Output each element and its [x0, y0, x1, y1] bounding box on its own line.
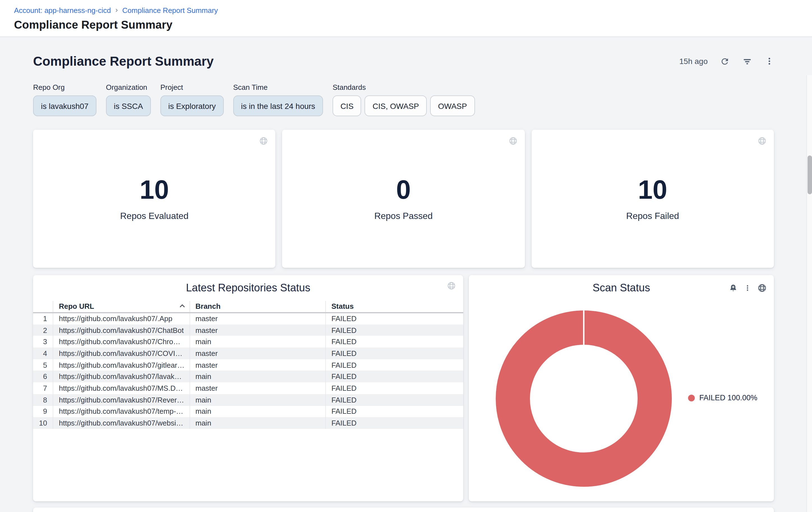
row-number-cell: 3: [33, 336, 53, 348]
column-header-repo-url[interactable]: Repo URL: [53, 301, 190, 313]
table-row[interactable]: 2https://github.com/lavakush07/ChatBotma…: [33, 324, 463, 336]
breadcrumb-account-link[interactable]: Account: app-harness-ng-cicd: [14, 6, 111, 15]
page-title: Compliance Report Summary: [14, 19, 172, 31]
scan-panel-more-button[interactable]: [744, 284, 751, 292]
dashboard-header: Compliance Report Summary 15h ago: [33, 53, 774, 70]
table-row[interactable]: 4https://github.com/lavakush07/COVID_T…m…: [33, 348, 463, 359]
scan-chart-area: FAILED 100.00%: [469, 301, 774, 501]
stat-value: 10: [638, 176, 667, 203]
filter-chip-row: is SSCA: [106, 96, 151, 116]
scan-panel-title: Scan Status: [593, 282, 650, 294]
filter-chip-cis-owasp[interactable]: CIS, OWASP: [365, 96, 427, 116]
repo-url-cell: https://github.com/lavakush07/MS.DHO…: [53, 382, 190, 394]
table-panel-title: Latest Repositories Status: [186, 282, 310, 294]
branch-cell: master: [190, 313, 325, 324]
repo-url-cell: https://github.com/lavakush07/ChatBot: [53, 324, 190, 336]
legend-label: FAILED 100.00%: [699, 394, 757, 402]
globe-icon[interactable]: [259, 136, 268, 145]
filter-group-standards: StandardsCISCIS, OWASPOWASP: [332, 83, 475, 116]
repo-url-cell: https://github.com/lavakush07/.App: [53, 313, 190, 324]
filter-chip-owasp[interactable]: OWASP: [430, 96, 475, 116]
donut-slice-failed[interactable]: [513, 328, 655, 469]
table-row[interactable]: 5https://github.com/lavakush07/gitlearni…: [33, 359, 463, 371]
legend-color-dot: [688, 395, 695, 401]
breadcrumb-separator-icon: ›: [115, 6, 118, 14]
stat-label: Repos Evaluated: [120, 211, 188, 221]
filter-label: Standards: [332, 83, 475, 91]
repo-url-cell: https://github.com/lavakush07/website-1: [53, 417, 190, 429]
filter-chip-row: is in the last 24 hours: [233, 96, 323, 116]
table-row[interactable]: 9https://github.com/lavakush07/temp-no…m…: [33, 406, 463, 417]
bell-plus-icon: [729, 284, 737, 293]
row-number-cell: 9: [33, 406, 53, 417]
row-number-cell: 2: [33, 324, 53, 336]
filter-chip-row: is Exploratory: [161, 96, 224, 116]
globe-icon: [758, 284, 766, 293]
more-options-button[interactable]: [765, 57, 774, 66]
column-header-status[interactable]: Status: [325, 301, 463, 313]
scan-panel-header: Scan Status: [469, 275, 774, 301]
stat-label: Repos Passed: [374, 211, 433, 221]
refresh-icon: [720, 56, 730, 66]
refresh-button[interactable]: [720, 56, 730, 66]
kebab-menu-icon: [744, 284, 751, 292]
branch-cell: master: [190, 359, 325, 371]
scan-panel-globe-button[interactable]: [758, 284, 766, 293]
status-cell: FAILED: [325, 313, 463, 324]
filter-group-organization: Organizationis SSCA: [106, 83, 151, 116]
table-row[interactable]: 7https://github.com/lavakush07/MS.DHO…ma…: [33, 382, 463, 394]
status-cell: FAILED: [325, 394, 463, 406]
status-cell: FAILED: [325, 371, 463, 382]
table-row[interactable]: 1https://github.com/lavakush07/.Appmaste…: [33, 313, 463, 324]
scrollbar-thumb[interactable]: [808, 156, 812, 194]
legend-item-failed-100-00[interactable]: FAILED 100.00%: [688, 394, 757, 402]
breadcrumb: Account: app-harness-ng-cicd › Complianc…: [14, 6, 218, 15]
column-header-branch[interactable]: Branch: [190, 301, 325, 313]
filter-chip-is-ssca[interactable]: is SSCA: [106, 96, 151, 116]
branch-cell: main: [190, 394, 325, 406]
branch-cell: main: [190, 336, 325, 348]
row-number-cell: 10: [33, 417, 53, 429]
branch-cell: main: [190, 406, 325, 417]
repo-url-cell: https://github.com/lavakush07/temp-no…: [53, 406, 190, 417]
table-row[interactable]: 6https://github.com/lavakush07/lavakush……: [33, 371, 463, 382]
table-row[interactable]: 8https://github.com/lavakush07/Reverse-……: [33, 394, 463, 406]
row-number-cell: 1: [33, 313, 53, 324]
filter-button[interactable]: [742, 56, 753, 66]
globe-icon[interactable]: [758, 136, 766, 145]
row-number-cell: 4: [33, 348, 53, 359]
globe-icon[interactable]: [447, 281, 456, 290]
branch-cell: main: [190, 417, 325, 429]
repo-url-cell: https://github.com/lavakush07/Reverse-…: [53, 394, 190, 406]
row-number-cell: 8: [33, 394, 53, 406]
branch-cell: master: [190, 324, 325, 336]
filter-chip-cis[interactable]: CIS: [332, 96, 361, 116]
table-row[interactable]: 10https://github.com/lavakush07/website-…: [33, 417, 463, 429]
stat-card-repos-evaluated: 10Repos Evaluated: [33, 130, 276, 268]
filter-chip-is-in-the-last-24-hours[interactable]: is in the last 24 hours: [233, 96, 323, 116]
filter-group-scan-time: Scan Timeis in the last 24 hours: [233, 83, 323, 116]
repo-url-cell: https://github.com/lavakush07/gitlearni…: [53, 359, 190, 371]
row-number-cell: 5: [33, 359, 53, 371]
branch-cell: master: [190, 382, 325, 394]
filter-label: Organization: [106, 83, 151, 91]
globe-icon[interactable]: [508, 136, 517, 145]
alert-bell-button[interactable]: [729, 284, 737, 293]
filter-chip-is-exploratory[interactable]: is Exploratory: [161, 96, 224, 116]
scrollbar-track[interactable]: [806, 75, 812, 512]
last-updated-label: 15h ago: [679, 57, 708, 66]
filter-icon: [742, 56, 753, 66]
filter-label: Repo Org: [33, 83, 96, 91]
filter-chip-is-lavakush07[interactable]: is lavakush07: [33, 96, 96, 116]
filter-group-repo-org: Repo Orgis lavakush07: [33, 83, 96, 116]
repositories-table: Repo URL Branch Status 1htt: [33, 301, 463, 429]
breadcrumb-current-link[interactable]: Compliance Report Summary: [122, 6, 218, 15]
table-row[interactable]: 3https://github.com/lavakush07/Chrome-…m…: [33, 336, 463, 348]
scan-panel-actions: [729, 275, 766, 301]
compliance-report-page: Account: app-harness-ng-cicd › Complianc…: [0, 0, 812, 512]
latest-repositories-panel: Latest Repositories Status: [33, 275, 463, 501]
stat-value: 0: [396, 176, 411, 203]
stat-label: Repos Failed: [626, 211, 679, 221]
dashboard-content-area: Compliance Report Summary 15h ago: [0, 37, 812, 512]
branch-cell: main: [190, 371, 325, 382]
